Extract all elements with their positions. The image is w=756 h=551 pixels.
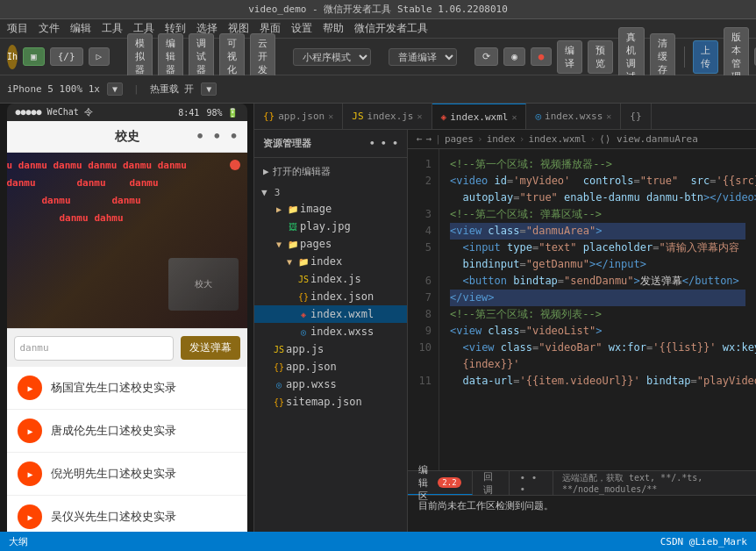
tab-wxss-icon: ◎	[535, 111, 541, 122]
code-line-2b: autoplay="true" enable-danmu danmu-btn><…	[450, 190, 745, 206]
menu-item-edit[interactable]: 编辑	[70, 21, 91, 36]
file-index-json[interactable]: {} index.json	[254, 288, 407, 305]
nav-dots-btn[interactable]: • • •	[196, 128, 238, 145]
bottom-tab-callback[interactable]: 回调	[473, 471, 510, 495]
btn-preview-right[interactable]: 预览	[588, 40, 613, 74]
btn-compile-right[interactable]: 编译	[557, 40, 582, 74]
code-area: 1 2 3 4 5 6 7 8 9 10 11	[408, 149, 756, 470]
right-panel: {} app.json ✕ JS index.js ✕ ◈ index.wxml…	[254, 104, 756, 532]
folder-pages-label: pages	[300, 238, 332, 250]
btn-upload[interactable]: 上传	[693, 40, 718, 74]
tab-index-js-close[interactable]: ✕	[417, 111, 423, 121]
tab-visualize[interactable]: 可视化	[219, 33, 245, 80]
tab-simulator[interactable]: 模拟器	[127, 33, 153, 80]
btn-clear-cache[interactable]: 清缓存	[650, 33, 675, 80]
tab-app-json-close[interactable]: ✕	[328, 111, 333, 121]
bottom-tab-more[interactable]: • • •	[510, 471, 553, 495]
menu-item-file[interactable]: 文件	[39, 21, 60, 36]
toolbar-btn-compile2[interactable]: {/}	[50, 47, 83, 66]
file-tree: ▶ 打开的编辑器 ▼ 3 ▶ 📁 image	[254, 158, 407, 532]
hot-reload-dropdown[interactable]: ▼	[201, 82, 217, 96]
danmu-4: danmu	[130, 177, 159, 189]
explorer-dots[interactable]: • • •	[369, 138, 398, 149]
folder-index[interactable]: ▼ 📁 index	[254, 253, 407, 270]
main-area: ●●●●● WeChat 令 8:41 98% 🔋 校史 • • • u dan…	[0, 104, 756, 532]
play-icon-4	[18, 504, 42, 529]
video-item-4[interactable]: 吴仪兴先生口述校史实录	[7, 496, 247, 532]
toolbar-btn-compile3[interactable]: ▷	[89, 47, 111, 66]
file-index-js-label: index.js	[310, 273, 361, 285]
status-right: CSDN @Lieb_Mark	[660, 536, 747, 547]
page-title: 校史	[115, 129, 139, 145]
simulator-label: iPhone 5 100% 1x	[7, 83, 100, 95]
folder-pages[interactable]: ▼ 📁 pages	[254, 235, 407, 253]
bottom-tab-right: 远端适配，获取 text, **/.*ts, **/node_modules/*…	[553, 471, 756, 495]
tab-index-wxml-close[interactable]: ✕	[511, 112, 517, 122]
menu-item-wechat[interactable]: 微信开发者工具	[354, 21, 428, 36]
avatar: Ih	[7, 45, 18, 69]
file-index-wxml-label: index.wxml	[310, 308, 374, 320]
toolbar-btn-miniprogram[interactable]: ▣	[23, 47, 45, 66]
tab-index-js[interactable]: JS index.js ✕	[343, 104, 431, 129]
btn-preview[interactable]: ◉	[503, 47, 525, 66]
file-index-js[interactable]: JS index.js	[254, 270, 407, 288]
file-app-json[interactable]: {} app.json	[254, 358, 407, 376]
tab-bar: {} app.json ✕ JS index.js ✕ ◈ index.wxml…	[254, 104, 756, 130]
file-sitemap-json-label: sitemap.json	[286, 396, 362, 408]
file-app-js[interactable]: JS app.js	[254, 340, 407, 358]
video-title-1: 杨国宜先生口述校史实录	[51, 380, 176, 396]
bottom-tab-problems[interactable]: 编辑区 2.2	[408, 471, 473, 495]
status-text: 目前尚未在工作区检测到问题。	[418, 500, 553, 512]
code-editor: ← → | pages › index › index.wxml › ⟨⟩ vi…	[408, 130, 756, 532]
wxss-icon-1: ◎	[296, 325, 310, 339]
file-app-wxss[interactable]: ◎ app.wxss	[254, 376, 407, 393]
tab-cloud[interactable]: 云开发	[250, 33, 275, 80]
tab-debugger[interactable]: 调试器	[189, 33, 214, 80]
video-item-3[interactable]: 倪光明先生口述校史实录	[7, 453, 247, 496]
menu-item-help[interactable]: 帮助	[323, 21, 344, 36]
explorer-title: 资源管理器	[263, 137, 311, 150]
danmu-2: danmu	[7, 177, 36, 189]
bottom-right-text: 远端适配，获取 text, **/.*ts, **/node_modules/*…	[562, 472, 747, 494]
open-editors-title[interactable]: ▶ 打开的编辑器	[254, 163, 407, 180]
file-app-json-label: app.json	[286, 361, 337, 373]
tab-index-wxml[interactable]: ◈ index.wxml ✕	[432, 104, 527, 129]
menu-item-project[interactable]: 项目	[7, 21, 28, 36]
danmu-input[interactable]: danmu	[14, 336, 174, 361]
video-title-2: 唐成伦先生口述校史实录	[51, 423, 176, 439]
tab-index-wxml-label: index.wxml	[450, 111, 508, 123]
code-content[interactable]: <!--第一个区域: 视频播放器--> <video id='myVideo' …	[439, 149, 756, 470]
video-title-3: 倪光明先生口述校史实录	[51, 466, 176, 482]
danmu-7: danmu	[60, 212, 89, 224]
file-sitemap-json[interactable]: {} sitemap.json	[254, 393, 407, 411]
btn-refresh[interactable]: ⟳	[474, 47, 498, 66]
compile-select[interactable]: 普通编译	[389, 48, 457, 66]
tab-extra[interactable]: {}	[621, 104, 651, 129]
file-play-jpg[interactable]: 🖼 play.jpg	[254, 218, 407, 235]
wxss-icon-2: ◎	[272, 377, 286, 391]
phone-frame: ●●●●● WeChat 令 8:41 98% 🔋 校史 • • • u dan…	[7, 104, 247, 532]
file-index-wxss[interactable]: ◎ index.wxss	[254, 323, 407, 340]
file-index-wxml[interactable]: ◈ index.wxml	[254, 305, 407, 323]
play-icon-1	[18, 376, 42, 400]
video-item-2[interactable]: 唐成伦先生口述校史实录	[7, 410, 247, 453]
menu-item-tool[interactable]: 工具	[102, 21, 123, 36]
tab-index-wxss[interactable]: ◎ index.wxss ✕	[526, 104, 621, 129]
code-line-5b: bindinput="getDanmu"></input>	[450, 256, 745, 273]
root-title[interactable]: ▼ 3	[254, 185, 407, 200]
folder-image[interactable]: ▶ 📁 image	[254, 200, 407, 218]
menu-item-settings[interactable]: 设置	[291, 21, 312, 36]
simulator-dropdown[interactable]: ▼	[107, 82, 123, 96]
tab-index-js-label: index.js	[367, 111, 414, 122]
tab-app-json[interactable]: {} app.json ✕	[254, 104, 343, 129]
breadcrumb-part-pages: pages	[445, 133, 474, 145]
video-item-1[interactable]: 杨国宜先生口述校史实录	[7, 367, 247, 410]
tab-editor[interactable]: 编辑器	[158, 33, 183, 80]
folder-image-label: image	[300, 203, 332, 215]
mode-select[interactable]: 小程序模式	[293, 48, 371, 66]
code-line-10b: {index}}'	[450, 356, 745, 373]
btn-stop[interactable]: ●	[531, 47, 553, 66]
tab-index-wxss-close[interactable]: ✕	[606, 111, 611, 121]
send-danmu-btn[interactable]: 发送弹幕	[181, 336, 240, 360]
editor-main: 资源管理器 • • • ▶ 打开的编辑器 ▼ 3	[254, 130, 756, 532]
